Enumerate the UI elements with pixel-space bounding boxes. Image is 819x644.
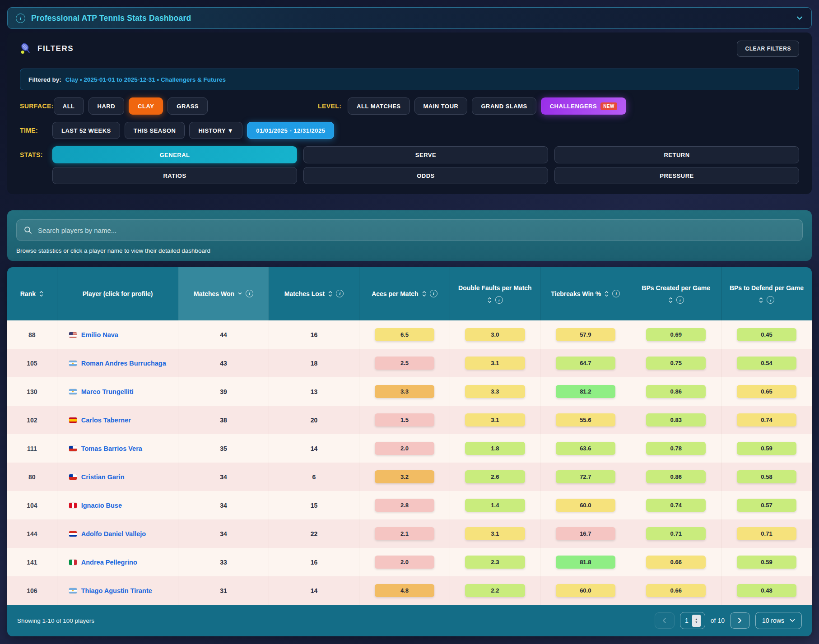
tiebreaks-cell: 81.2 xyxy=(540,377,631,406)
country-flag-icon xyxy=(69,503,77,508)
col-header-matches-won[interactable]: Matches Woni xyxy=(178,267,269,320)
player-cell: Tomas Barrios Vera xyxy=(57,434,178,463)
table-row: 80 Cristian Garin 34 6 3.2 2.6 72.7 0.86… xyxy=(7,463,812,491)
player-link[interactable]: Roman Andres Burruchaga xyxy=(81,360,166,367)
surface-all-button[interactable]: ALL xyxy=(54,97,84,115)
time-date-range-button[interactable]: 01/01/2025 - 12/31/2025 xyxy=(247,122,334,139)
sort-icon xyxy=(487,297,492,304)
stat-pill: 63.6 xyxy=(556,442,615,455)
app-header: i Professional ATP Tennis Stats Dashboar… xyxy=(7,7,812,29)
matches-won-cell: 39 xyxy=(178,377,269,406)
col-label: Tiebreaks Win % xyxy=(551,290,601,298)
player-link[interactable]: Emilio Nava xyxy=(81,331,118,338)
info-icon[interactable]: i xyxy=(430,290,437,297)
col-header-matches-lost[interactable]: Matches Losti xyxy=(269,267,359,320)
info-icon[interactable]: i xyxy=(16,14,25,23)
col-header-aces[interactable]: Aces per Matchi xyxy=(359,267,450,320)
matches-won-cell: 34 xyxy=(178,491,269,519)
bps-created-cell: 0.71 xyxy=(631,519,721,548)
player-link[interactable]: Adolfo Daniel Vallejo xyxy=(81,530,146,537)
rows-per-page-select[interactable]: 10 rows xyxy=(755,612,802,629)
bps-defend-cell: 0.54 xyxy=(721,349,812,377)
info-icon[interactable]: i xyxy=(676,296,684,304)
time-this-season-button[interactable]: THIS SEASON xyxy=(125,122,185,139)
country-flag-icon xyxy=(69,417,77,423)
aces-cell: 2.0 xyxy=(359,434,450,463)
rank-cell: 130 xyxy=(7,377,57,406)
rank-cell: 105 xyxy=(7,349,57,377)
stats-pressure-button[interactable]: PRESSURE xyxy=(554,167,799,184)
matches-lost-cell: 14 xyxy=(269,576,359,605)
prev-page-button[interactable] xyxy=(655,612,675,629)
number-spinner-icon[interactable]: ▲▼ xyxy=(692,615,701,627)
level-main-tour-button[interactable]: MAIN TOUR xyxy=(414,97,468,115)
level-all-matches-button[interactable]: ALL MATCHES xyxy=(348,97,410,115)
next-page-button[interactable] xyxy=(730,612,750,629)
col-header-player: Player (click for profile) xyxy=(57,267,178,320)
table-row: 88 Emilio Nava 44 16 6.5 3.0 57.9 0.69 0… xyxy=(7,320,812,349)
page-number-input[interactable]: 1 ▲▼ xyxy=(680,612,705,629)
matches-won-cell: 33 xyxy=(178,548,269,576)
info-icon[interactable]: i xyxy=(495,296,503,304)
page-title: Professional ATP Tennis Stats Dashboard xyxy=(31,14,191,23)
table-row: 102 Carlos Taberner 38 20 1.5 3.1 55.6 0… xyxy=(7,406,812,434)
stats-return-button[interactable]: RETURN xyxy=(554,146,799,163)
search-box[interactable] xyxy=(16,219,803,241)
chevron-down-icon[interactable] xyxy=(796,14,803,22)
player-link[interactable]: Andrea Pellegrino xyxy=(81,559,137,566)
bps-defend-cell: 0.59 xyxy=(721,548,812,576)
player-link[interactable]: Marco Trungelliti xyxy=(81,388,134,395)
time-last-52-weeks-button[interactable]: LAST 52 WEEKS xyxy=(52,122,120,139)
stat-pill: 0.75 xyxy=(646,357,706,370)
player-cell: Marco Trungelliti xyxy=(57,377,178,406)
surface-grass-button[interactable]: GRASS xyxy=(168,97,208,115)
info-icon[interactable]: i xyxy=(767,296,774,304)
col-label: Player (click for profile) xyxy=(83,290,153,298)
bps-created-cell: 0.86 xyxy=(631,463,721,491)
level-challengers-button[interactable]: CHALLENGERS NEW xyxy=(541,97,626,115)
surface-options: ALL HARD CLAY GRASS xyxy=(54,97,208,115)
col-header-rank[interactable]: Rank xyxy=(7,267,57,320)
info-icon[interactable]: i xyxy=(612,290,620,297)
filtered-by-label: Filtered by: xyxy=(28,76,61,83)
level-grand-slams-button[interactable]: GRAND SLAMS xyxy=(472,97,536,115)
search-panel: Browse statistics or click a player name… xyxy=(7,210,812,261)
rank-cell: 104 xyxy=(7,491,57,519)
stat-pill: 2.8 xyxy=(375,499,434,512)
stats-odds-button[interactable]: ODDS xyxy=(303,167,548,184)
double-faults-cell: 3.3 xyxy=(450,377,540,406)
player-link[interactable]: Cristian Garin xyxy=(81,473,125,481)
stats-serve-button[interactable]: SERVE xyxy=(303,146,548,163)
player-link[interactable]: Thiago Agustin Tirante xyxy=(81,587,152,594)
player-cell: Roman Andres Burruchaga xyxy=(57,349,178,377)
info-icon[interactable]: i xyxy=(336,290,344,297)
filtered-by-value: Clay • 2025-01-01 to 2025-12-31 • Challe… xyxy=(65,76,226,83)
col-header-tiebreaks[interactable]: Tiebreaks Win %i xyxy=(540,267,631,320)
col-header-bps-created[interactable]: BPs Created per Gamei xyxy=(631,267,721,320)
stat-pill: 2.1 xyxy=(375,527,434,540)
matches-lost-cell: 18 xyxy=(269,349,359,377)
player-link[interactable]: Tomas Barrios Vera xyxy=(81,445,142,452)
col-header-bps-defend[interactable]: BPs to Defend per Gamei xyxy=(721,267,812,320)
search-input[interactable] xyxy=(37,226,795,235)
search-icon xyxy=(24,226,32,234)
surface-clay-button[interactable]: CLAY xyxy=(129,97,163,115)
stat-pill: 2.0 xyxy=(375,556,434,569)
rows-per-page-value: 10 rows xyxy=(762,617,784,624)
stats-ratios-button[interactable]: RATIOS xyxy=(52,167,297,184)
double-faults-cell: 2.6 xyxy=(450,463,540,491)
info-icon[interactable]: i xyxy=(246,290,253,297)
surface-hard-button[interactable]: HARD xyxy=(88,97,125,115)
tiebreaks-cell: 57.9 xyxy=(540,320,631,349)
chevron-right-icon xyxy=(738,617,742,624)
stat-pill: 1.8 xyxy=(465,442,525,455)
col-header-double-faults[interactable]: Double Faults per Matchi xyxy=(450,267,540,320)
player-link[interactable]: Ignacio Buse xyxy=(81,502,122,509)
time-history-dropdown-button[interactable]: HISTORY ▼ xyxy=(189,122,242,139)
matches-lost-cell: 15 xyxy=(269,491,359,519)
bps-created-cell: 0.74 xyxy=(631,491,721,519)
player-link[interactable]: Carlos Taberner xyxy=(81,417,131,424)
clear-filters-button[interactable]: CLEAR FILTERS xyxy=(737,41,799,57)
sort-icon xyxy=(328,290,333,297)
stats-general-button[interactable]: GENERAL xyxy=(52,146,297,163)
